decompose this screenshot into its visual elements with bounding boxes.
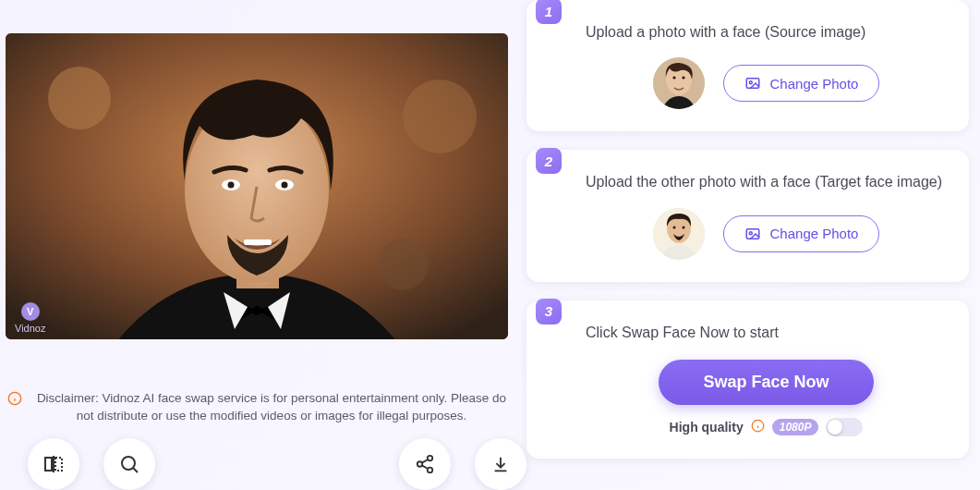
svg-point-11 (252, 306, 261, 315)
high-quality-row: High quality 1080P (586, 418, 947, 436)
info-icon (751, 419, 765, 435)
high-quality-toggle[interactable] (826, 418, 863, 436)
info-icon (7, 391, 22, 411)
step-title-2: Upload the other photo with a face (Targ… (586, 172, 947, 192)
change-photo-button-2[interactable]: Change Photo (723, 215, 880, 252)
step-card-2: 2 Upload the other photo with a face (Ta… (526, 150, 969, 281)
resolution-badge: 1080P (772, 419, 819, 435)
share-icon (415, 454, 435, 474)
image-icon (744, 75, 761, 92)
step-title-1: Upload a photo with a face (Source image… (586, 22, 947, 43)
target-thumb (653, 208, 705, 260)
step-badge-1: 1 (536, 0, 562, 24)
svg-line-23 (422, 459, 428, 463)
svg-rect-16 (55, 458, 62, 471)
step-badge-2: 2 (536, 148, 562, 174)
svg-point-38 (749, 232, 752, 235)
svg-line-19 (133, 468, 138, 472)
watermark: V Vidnoz (15, 302, 45, 334)
change-photo-button-1[interactable]: Change Photo (723, 65, 880, 102)
step-title-3: Click Swap Face Now to start (586, 323, 947, 343)
svg-rect-15 (45, 458, 52, 471)
svg-rect-10 (244, 239, 272, 245)
change-photo-label: Change Photo (770, 76, 859, 92)
svg-point-30 (682, 77, 684, 80)
svg-point-2 (403, 80, 477, 153)
svg-point-9 (282, 182, 288, 189)
svg-point-18 (122, 457, 135, 470)
svg-point-32 (749, 81, 752, 84)
svg-point-21 (417, 461, 423, 467)
high-quality-label: High quality (670, 420, 744, 435)
svg-point-1 (48, 67, 111, 129)
compare-button[interactable] (28, 438, 79, 490)
download-button[interactable] (475, 438, 526, 490)
watermark-text: Vidnoz (15, 323, 45, 334)
image-icon (744, 226, 761, 242)
svg-line-24 (422, 465, 428, 469)
svg-point-3 (377, 239, 429, 290)
svg-point-20 (428, 456, 433, 461)
download-icon (490, 454, 511, 474)
vidnoz-logo-icon: V (21, 302, 40, 321)
svg-point-8 (228, 182, 235, 189)
compare-icon (42, 453, 65, 475)
step-badge-3: 3 (536, 299, 562, 325)
share-button[interactable] (399, 438, 451, 490)
search-icon (118, 453, 140, 475)
svg-point-36 (682, 226, 684, 228)
step-card-3: 3 Click Swap Face Now to start Swap Face… (526, 300, 969, 459)
disclaimer: Disclaimer: Vidnoz AI face swap service … (7, 389, 515, 425)
result-preview: V Vidnoz (6, 33, 508, 339)
zoom-button[interactable] (103, 438, 155, 490)
svg-point-29 (672, 77, 675, 80)
step-card-1: 1 Upload a photo with a face (Source ima… (526, 0, 969, 131)
disclaimer-text: Disclaimer: Vidnoz AI face swap service … (28, 389, 515, 425)
source-thumb (653, 57, 705, 109)
swap-face-button[interactable]: Swap Face Now (659, 360, 873, 405)
change-photo-label: Change Photo (770, 226, 859, 241)
svg-point-22 (428, 468, 433, 473)
svg-point-35 (672, 226, 675, 228)
